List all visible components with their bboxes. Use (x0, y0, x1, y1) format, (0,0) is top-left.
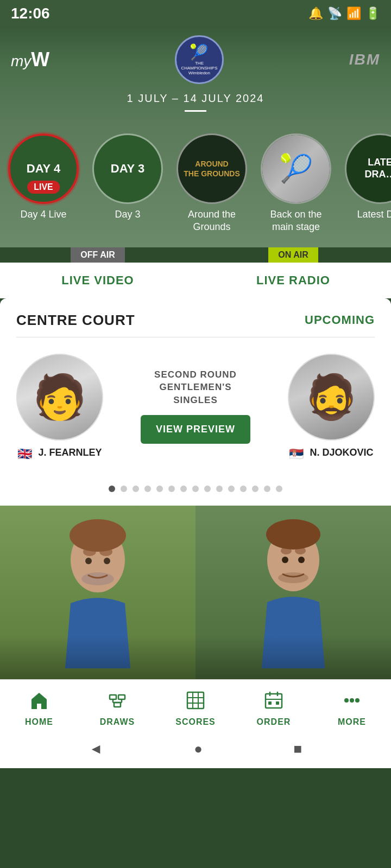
live-badge-day4: LIVE (27, 181, 60, 194)
dot-12[interactable] (240, 486, 247, 492)
channel-latest[interactable]: LATEDRA… Latest D… (342, 133, 391, 234)
channel-day3-text: DAY 3 (111, 162, 144, 176)
match-info-center: SECOND ROUNDGENTLEMEN'SSINGLES VIEW PREV… (114, 368, 277, 444)
dot-5[interactable] (156, 486, 163, 492)
channel-circle-latest[interactable]: LATEDRA… (345, 133, 391, 204)
player2-info: 🇷🇸 N. DJOKOVIC (289, 447, 373, 458)
svg-rect-32 (268, 701, 272, 705)
nav-order[interactable]: ORDER (235, 688, 313, 730)
svg-rect-16 (110, 695, 116, 699)
dot-11[interactable] (228, 486, 235, 492)
channel-day3[interactable]: DAY 3 Day 3 (90, 133, 166, 234)
match-header: CENTRE COURT UPCOMING (0, 298, 391, 337)
svg-rect-17 (118, 695, 125, 699)
match-content: 🧑 🇬🇧 J. FEARNLEY SECOND ROUNDGENTLEMEN'S… (0, 337, 391, 475)
dot-7[interactable] (180, 486, 187, 492)
dot-15[interactable] (276, 486, 282, 492)
carousel-dots (0, 475, 391, 506)
nav-more-label: MORE (338, 717, 366, 727)
header: myW 🎾 THE CHAMPIONSHIPSWimbledon IBM 1 J… (0, 27, 391, 123)
svg-rect-28 (266, 694, 282, 708)
notification-icon: 🔔 (308, 7, 323, 21)
wifi-icon: 📶 (346, 7, 361, 21)
dot-6[interactable] (168, 486, 175, 492)
player1-avatar: 🧑 (16, 354, 103, 441)
header-date: 1 JULY – 14 JULY 2024 (127, 92, 264, 105)
channel-around[interactable]: AROUNDTHE GROUNDS Around theGrounds (174, 133, 250, 234)
channel-day4-live[interactable]: DAY 4 LIVE Day 4 Live (5, 133, 81, 234)
player2-wrap: 🧔 🇷🇸 N. DJOKOVIC (282, 354, 380, 458)
system-bar: ◄ ● ■ (0, 732, 391, 768)
channel-day4-label: Day 4 Live (20, 208, 66, 221)
status-time: 12:06 (11, 5, 50, 22)
svg-point-14 (298, 557, 305, 563)
photo-overlay (0, 636, 391, 679)
view-preview-button[interactable]: VIEW PREVIEW (141, 415, 250, 444)
home-button[interactable]: ● (194, 741, 203, 757)
channel-backstage[interactable]: 🎾 Back on themain stage (258, 133, 334, 234)
status-icons: 🔔 📡 📶 🔋 (308, 7, 380, 21)
nav-scores-label: SCORES (175, 717, 216, 727)
player1-flag: 🇬🇧 (17, 447, 34, 458)
channel-circle-day3[interactable]: DAY 3 (92, 133, 163, 204)
dot-13[interactable] (252, 486, 258, 492)
channel-around-label: Around theGrounds (188, 208, 236, 234)
status-bar: 12:06 🔔 📡 📶 🔋 (0, 0, 391, 27)
match-section: CENTRE COURT UPCOMING 🧑 🇬🇧 J. FEARNLEY S… (0, 298, 391, 506)
svg-point-15 (278, 572, 308, 583)
channel-circle-around[interactable]: AROUNDTHE GROUNDS (176, 133, 247, 204)
dot-3[interactable] (133, 486, 139, 492)
svg-point-7 (104, 558, 110, 564)
dot-14[interactable] (264, 486, 270, 492)
myw-logo: myW (11, 48, 49, 71)
channel-circle-day4[interactable]: DAY 4 LIVE (8, 133, 79, 204)
live-radio-button[interactable]: LIVE RADIO (195, 263, 391, 298)
more-icon (342, 691, 362, 714)
draws-icon (108, 691, 127, 714)
w-text: W (31, 48, 49, 71)
dot-10[interactable] (216, 486, 223, 492)
nav-draws[interactable]: DRAWS (78, 688, 156, 730)
player2-name: N. DJOKOVIC (310, 447, 373, 458)
player2-face: 🧔 (304, 375, 358, 419)
svg-point-35 (350, 698, 354, 703)
svg-point-36 (355, 698, 360, 703)
dot-9[interactable] (204, 486, 211, 492)
match-round: SECOND ROUNDGENTLEMEN'SSINGLES (154, 368, 237, 407)
live-video-button[interactable]: LIVE VIDEO (0, 263, 195, 298)
nav-home[interactable]: HOME (0, 688, 78, 730)
channels-scroll[interactable]: DAY 4 LIVE Day 4 Live DAY 3 Day 3 AROUND… (0, 123, 391, 247)
svg-point-4 (70, 519, 126, 552)
dot-1[interactable] (109, 486, 115, 492)
channel-circle-backstage[interactable]: 🎾 (261, 133, 331, 204)
header-top: myW 🎾 THE CHAMPIONSHIPSWimbledon IBM (11, 35, 380, 84)
header-divider (185, 110, 206, 112)
svg-rect-23 (187, 692, 204, 709)
player2-flag: 🇷🇸 (289, 447, 305, 458)
ibm-logo: IBM (349, 51, 380, 68)
battery-icon: 🔋 (365, 7, 380, 21)
match-court: CENTRE COURT (16, 312, 135, 329)
player1-wrap: 🧑 🇬🇧 J. FEARNLEY (11, 354, 109, 458)
player1-name: J. FEARNLEY (38, 447, 102, 458)
svg-point-12 (266, 519, 320, 550)
photo-section (0, 506, 391, 679)
nav-scores[interactable]: SCORES (156, 688, 235, 730)
dot-8[interactable] (192, 486, 199, 492)
live-radio-wrap: ON AIR LIVE RADIO (195, 247, 391, 298)
off-air-badge: OFF AIR (71, 247, 124, 263)
back-button[interactable]: ◄ (89, 741, 103, 757)
recent-button[interactable]: ■ (293, 741, 302, 757)
cast-icon: 📡 (327, 7, 342, 21)
player2-avatar: 🧔 (288, 354, 375, 441)
svg-point-6 (85, 558, 92, 564)
player1-face: 🧑 (33, 375, 87, 419)
dot-2[interactable] (121, 486, 127, 492)
my-text: my (11, 53, 31, 69)
on-air-badge: ON AIR (268, 247, 318, 263)
nav-more[interactable]: MORE (313, 688, 391, 730)
dot-4[interactable] (144, 486, 151, 492)
svg-point-34 (344, 698, 349, 703)
around-text: AROUNDTHE GROUNDS (184, 159, 239, 178)
channel-day3-label: Day 3 (115, 208, 140, 221)
